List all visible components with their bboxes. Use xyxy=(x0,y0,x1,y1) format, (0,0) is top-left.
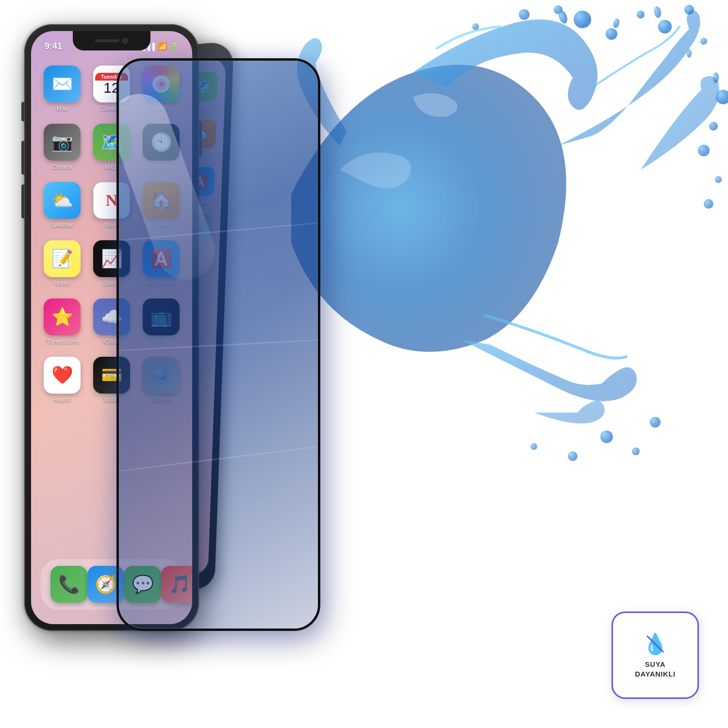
dock-phone: 📞 xyxy=(50,566,87,603)
status-time: 9:41 xyxy=(45,41,62,51)
weather-label: Weather xyxy=(51,222,73,229)
svg-point-3 xyxy=(658,20,672,33)
speaker-grille xyxy=(95,39,119,42)
camera-icon: 📷 xyxy=(44,124,81,161)
svg-point-18 xyxy=(650,417,661,428)
svg-point-17 xyxy=(530,443,537,450)
svg-point-13 xyxy=(704,199,713,209)
mail-icon: ✉️ xyxy=(44,66,81,102)
screen-protector-glass xyxy=(116,58,320,631)
camera-label: Camera xyxy=(52,164,73,170)
scene: 🌸 Photos 📷 Camera 🗺️ Maps ⛅ Weather 📰 xyxy=(0,0,728,728)
no-water-slash xyxy=(646,635,664,652)
app-mail: ✉️ Mail xyxy=(40,66,84,112)
notch xyxy=(73,31,150,50)
svg-point-5 xyxy=(700,38,707,45)
svg-point-4 xyxy=(684,5,694,15)
notes-label: Notes xyxy=(54,280,69,287)
volume-up-button xyxy=(21,141,24,175)
svg-point-0 xyxy=(574,11,591,28)
svg-point-11 xyxy=(698,145,710,156)
volume-down-button xyxy=(21,184,24,218)
wifi-icon: 📶 xyxy=(158,42,167,51)
svg-point-16 xyxy=(568,451,578,461)
svg-point-1 xyxy=(606,28,617,40)
mail-label: Mail xyxy=(57,105,67,112)
health-label: Health xyxy=(54,397,71,403)
mute-button xyxy=(21,102,24,121)
app-health: ❤️ Health xyxy=(40,357,84,403)
svg-point-7 xyxy=(519,9,529,20)
health-icon: ❤️ xyxy=(44,357,81,394)
svg-point-23 xyxy=(713,72,719,83)
badge-line1: SUYA xyxy=(645,660,665,668)
battery-icon: 🔋 xyxy=(170,43,179,50)
itunesstore-label: iTunes Store xyxy=(46,338,79,345)
svg-point-22 xyxy=(687,49,692,58)
app-itunesstore: ⭐ iTunes Store xyxy=(40,298,84,345)
svg-point-10 xyxy=(709,122,718,131)
notes-icon: 📝 xyxy=(44,240,81,277)
front-camera xyxy=(122,38,128,44)
svg-point-20 xyxy=(612,18,621,29)
weather-icon: ⛅ xyxy=(44,182,81,219)
svg-point-21 xyxy=(653,6,662,18)
app-weather: ⛅ Weather xyxy=(40,182,84,229)
phone-icon: 📞 xyxy=(50,566,87,603)
svg-point-12 xyxy=(715,176,722,183)
itunesstore-icon: ⭐ xyxy=(44,298,81,335)
badge-text: SUYA DAYANIKLI xyxy=(635,660,675,678)
svg-point-14 xyxy=(600,430,613,443)
app-camera: 📷 Camera xyxy=(40,124,84,170)
svg-point-15 xyxy=(632,447,640,455)
waterproof-badge: 💧 SUYA DAYANIKLI xyxy=(612,612,699,699)
badge-line2: DAYANIKLI xyxy=(635,670,675,678)
water-drop-icon: 💧 xyxy=(643,632,668,656)
svg-point-2 xyxy=(637,11,645,18)
app-notes: 📝 Notes xyxy=(40,240,84,287)
